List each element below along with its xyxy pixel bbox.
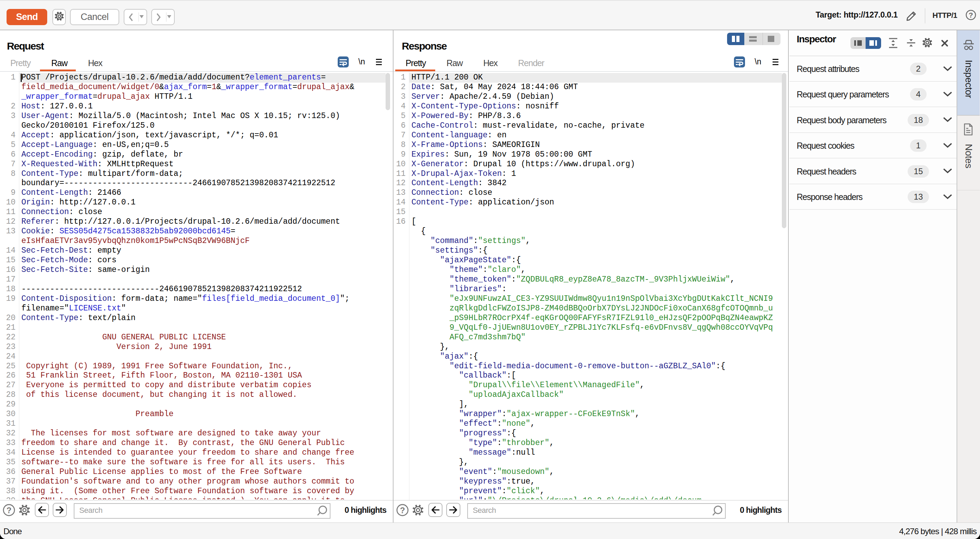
svg-text:?: ?	[6, 506, 12, 515]
svg-text:?: ?	[400, 506, 405, 515]
svg-text:?: ?	[969, 11, 973, 19]
